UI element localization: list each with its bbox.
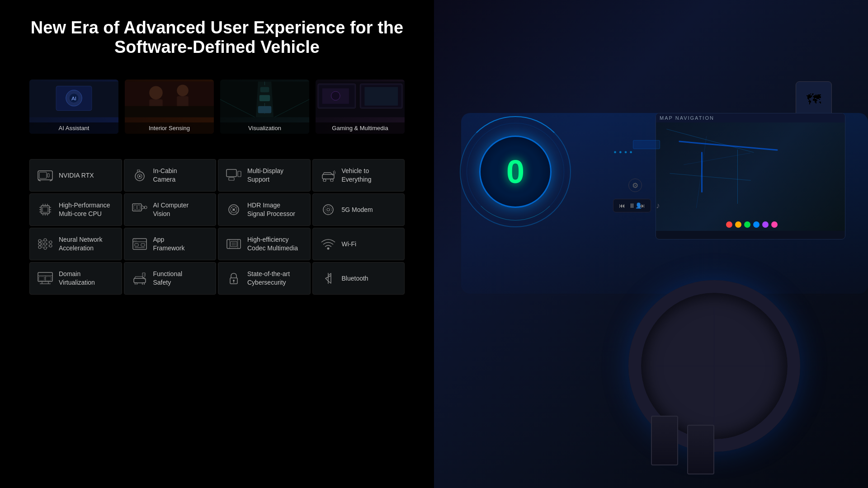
svg-text:AI: AI xyxy=(71,95,76,102)
svg-rect-103 xyxy=(46,277,51,281)
svg-rect-29 xyxy=(39,172,47,178)
music-note-icon: ♪ xyxy=(656,201,660,211)
svg-point-63 xyxy=(323,205,333,215)
settings-icon-dash: ⚙ xyxy=(628,178,642,192)
multi-display-icon xyxy=(226,167,242,183)
svg-point-35 xyxy=(139,175,141,177)
interior-sensing-svg xyxy=(125,81,214,117)
svg-rect-27 xyxy=(364,87,398,105)
card-interior-label: Interior Sensing xyxy=(125,122,214,134)
cybersecurity-icon xyxy=(226,270,242,286)
multi-display-label: Multi-DisplaySupport xyxy=(247,167,283,184)
svg-point-40 xyxy=(323,179,326,182)
svg-point-73 xyxy=(49,244,52,247)
app-framework-icon: { } xyxy=(132,236,148,252)
svg-point-26 xyxy=(331,91,340,100)
nvidia-rtx-icon xyxy=(37,167,53,183)
card-interior-sensing: Interior Sensing xyxy=(125,80,214,134)
feature-vehicle-everything: Vehicle toEverything xyxy=(312,159,405,192)
svg-point-72 xyxy=(49,241,52,244)
svg-rect-43 xyxy=(42,207,48,212)
visualization-svg xyxy=(220,81,309,117)
svg-point-111 xyxy=(233,280,235,282)
svg-rect-36 xyxy=(226,169,236,177)
dash-label-1: ● ● ● ● xyxy=(613,149,633,155)
svg-point-98 xyxy=(327,248,329,250)
feature-cybersecurity: State-of-the-artCybersecurity xyxy=(218,262,311,295)
speed-ring-inner xyxy=(467,123,564,221)
feature-functional-safety: FunctionalSafety xyxy=(124,262,217,295)
svg-rect-38 xyxy=(238,171,241,177)
svg-point-64 xyxy=(325,206,331,213)
feature-domain-virt: DomainVirtualization xyxy=(29,262,122,295)
svg-point-9 xyxy=(177,84,189,96)
in-cabin-camera-label: In-CabinCamera xyxy=(153,167,177,184)
svg-point-7 xyxy=(149,86,163,99)
svg-rect-37 xyxy=(229,178,234,180)
dash-widget-1 xyxy=(633,140,660,149)
5g-modem-label: 5G Modem xyxy=(342,206,373,214)
svg-rect-15 xyxy=(258,106,272,113)
color-dot-blue xyxy=(753,221,760,228)
svg-point-71 xyxy=(44,247,47,249)
bluetooth-icon xyxy=(320,270,336,286)
play-icon: ⏸ xyxy=(629,202,635,209)
app-framework-label: AppFramework xyxy=(153,235,185,253)
wifi-icon xyxy=(320,236,336,252)
svg-rect-57 xyxy=(134,205,137,210)
left-content-area: New Era of Advanced User Experience for … xyxy=(0,0,434,488)
svg-point-67 xyxy=(38,243,41,245)
card-ai-assistant: AI AI Assistant xyxy=(29,80,118,134)
hdr-isp-label: HDR ImageSignal Processor xyxy=(247,201,295,218)
map-title: MAP NAVIGATION xyxy=(656,113,845,122)
svg-point-62 xyxy=(233,209,235,211)
color-dot-pink xyxy=(771,221,778,228)
functional-safety-label: FunctionalSafety xyxy=(153,270,183,287)
camera-icon xyxy=(132,167,148,183)
color-dots-row xyxy=(726,221,778,228)
svg-rect-16 xyxy=(259,95,270,101)
svg-rect-87 xyxy=(135,244,138,246)
domain-virt-label: DomainVirtualization xyxy=(59,270,95,287)
media-controls: ⏮ ⏸ ⏭ xyxy=(613,199,651,212)
map-panel: MAP NAVIGATION xyxy=(656,113,845,239)
feature-high-perf-cpu: High-PerformanceMulti-core CPU xyxy=(29,193,122,226)
wifi-label: Wi-Fi xyxy=(342,240,357,249)
card-visualization-label: Visualization xyxy=(220,122,309,134)
codec-label: High-efficiencyCodec Multimedia xyxy=(247,235,298,253)
vehicle-everything-label: Vehicle toEverything xyxy=(342,167,372,184)
neural-network-label: Neural NetworkAcceleration xyxy=(59,235,102,253)
card-interior-image xyxy=(125,80,214,119)
svg-rect-30 xyxy=(47,174,49,177)
svg-point-68 xyxy=(38,246,41,249)
cybersecurity-label: State-of-the-artCybersecurity xyxy=(247,270,290,287)
svg-rect-102 xyxy=(39,277,44,281)
svg-rect-11 xyxy=(125,106,214,117)
feature-ai-computer-vision: AI ComputerVision xyxy=(124,193,217,226)
high-perf-cpu-label: High-PerformanceMulti-core CPU xyxy=(59,201,110,218)
svg-line-81 xyxy=(47,240,49,242)
hdr-icon xyxy=(226,202,242,218)
svg-line-83 xyxy=(47,244,49,246)
svg-rect-17 xyxy=(260,87,269,92)
svg-line-82 xyxy=(47,242,49,244)
pedal-left xyxy=(651,416,678,465)
feature-codec: High-efficiencyCodec Multimedia xyxy=(218,228,311,260)
card-visualization: Visualization xyxy=(220,80,309,134)
feature-nvidia-rtx: NVIDIA RTX xyxy=(29,159,122,192)
cpu-icon xyxy=(37,202,53,218)
map-content xyxy=(656,122,845,231)
codec-icon xyxy=(226,236,242,252)
bluetooth-label: Bluetooth xyxy=(342,274,368,283)
nav-icon: 🗺 xyxy=(796,81,832,117)
svg-point-65 xyxy=(327,208,330,211)
pedal-right xyxy=(687,425,714,474)
feature-grid: NVIDIA RTX In-CabinCamera xyxy=(0,152,434,302)
feature-bluetooth: Bluetooth xyxy=(312,262,405,295)
svg-text:{ }: { } xyxy=(134,239,137,242)
car-background: 🗺 MAP NAVIGATION 0 ⏮ ⏸ ⏭ xyxy=(434,0,868,488)
feature-5g-modem: 5G Modem xyxy=(312,193,405,226)
functional-safety-icon xyxy=(132,270,148,286)
card-viz-image xyxy=(220,80,309,119)
svg-point-70 xyxy=(44,243,47,245)
